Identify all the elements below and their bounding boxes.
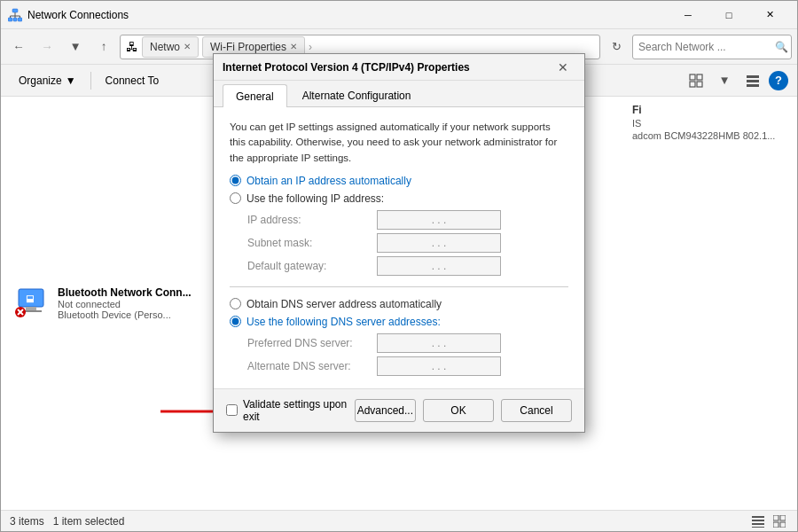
tab-alternate-config[interactable]: Alternate Configuration xyxy=(289,84,425,106)
auto-dns-label[interactable]: Obtain DNS server address automatically xyxy=(246,298,442,310)
tab-general[interactable]: General xyxy=(223,84,287,107)
preferred-dns-input[interactable]: . . . xyxy=(377,333,501,353)
dialog-description: You can get IP settings assigned automat… xyxy=(230,120,568,166)
alternate-dns-label: Alternate DNS server: xyxy=(247,360,372,372)
advanced-button[interactable]: Advanced... xyxy=(355,399,416,422)
preferred-dns-row: Preferred DNS server: . . . xyxy=(247,333,568,353)
ip-section: Obtain an IP address automatically Use t… xyxy=(230,175,568,276)
auto-dns-row: Obtain DNS server address automatically xyxy=(230,298,568,310)
dialog-title-bar: Internet Protocol Version 4 (TCP/IPv4) P… xyxy=(214,54,584,81)
alternate-dns-row: Alternate DNS server: . . . xyxy=(247,356,568,376)
ip-fields: IP address: . . . Subnet mask: . . . D xyxy=(230,210,568,276)
auto-ip-row: Obtain an IP address automatically xyxy=(230,175,568,187)
gateway-row: Default gateway: . . . xyxy=(247,256,568,276)
auto-ip-radio[interactable] xyxy=(230,175,241,186)
section-divider xyxy=(230,286,568,287)
alternate-dns-input[interactable]: . . . xyxy=(377,356,501,376)
manual-ip-row: Use the following IP address: xyxy=(230,192,568,205)
auto-dns-radio[interactable] xyxy=(230,298,241,309)
manual-dns-row: Use the following DNS server addresses: xyxy=(230,316,568,328)
validate-label[interactable]: Validate settings upon exit xyxy=(243,398,348,423)
validate-row: Validate settings upon exit xyxy=(226,398,348,423)
subnet-row: Subnet mask: . . . xyxy=(247,233,568,253)
dialog-body: You can get IP settings assigned automat… xyxy=(214,107,584,388)
ip-address-value: . . . xyxy=(432,214,447,226)
dns-section: Obtain DNS server address automatically … xyxy=(230,298,568,376)
ok-button[interactable]: OK xyxy=(423,399,494,422)
manual-dns-label[interactable]: Use the following DNS server addresses: xyxy=(246,316,441,328)
dialog-close-button[interactable]: ✕ xyxy=(551,55,575,80)
ipv4-properties-dialog: Internet Protocol Version 4 (TCP/IPv4) P… xyxy=(213,53,585,433)
alternate-dns-value: . . . xyxy=(432,360,447,372)
subnet-label: Subnet mask: xyxy=(247,237,372,249)
ip-address-label: IP address: xyxy=(247,214,372,226)
cancel-button[interactable]: Cancel xyxy=(501,399,572,422)
validate-checkbox[interactable] xyxy=(226,404,238,416)
gateway-input[interactable]: . . . xyxy=(377,256,501,276)
dialog-title: Internet Protocol Version 4 (TCP/IPv4) P… xyxy=(223,61,551,74)
preferred-dns-value: . . . xyxy=(432,337,447,349)
subnet-value: . . . xyxy=(432,237,447,249)
manual-ip-radio[interactable] xyxy=(230,192,241,204)
ip-address-input[interactable]: . . . xyxy=(377,210,501,230)
gateway-label: Default gateway: xyxy=(247,260,372,272)
auto-ip-label[interactable]: Obtain an IP address automatically xyxy=(246,175,411,187)
manual-ip-label[interactable]: Use the following IP address: xyxy=(246,192,384,205)
dialog-action-buttons: OK Cancel xyxy=(423,399,572,422)
manual-dns-radio[interactable] xyxy=(230,316,241,327)
subnet-input[interactable]: . . . xyxy=(377,233,501,253)
dns-fields: Preferred DNS server: . . . Alternate DN… xyxy=(230,333,568,376)
ip-address-row: IP address: . . . xyxy=(247,210,568,230)
preferred-dns-label: Preferred DNS server: xyxy=(247,337,372,349)
dialog-tabs: General Alternate Configuration xyxy=(214,81,584,107)
gateway-value: . . . xyxy=(432,260,447,272)
dialog-footer: Validate settings upon exit Advanced... … xyxy=(214,388,584,432)
dialog-overlay: Internet Protocol Version 4 (TCP/IPv4) P… xyxy=(0,0,798,532)
